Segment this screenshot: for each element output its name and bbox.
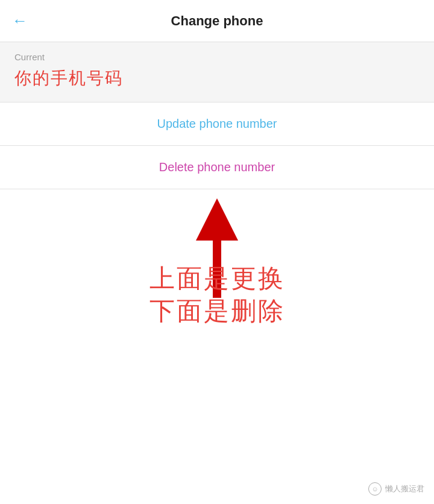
- watermark-icon: ☺: [368, 482, 382, 496]
- annotation-area: 上面是更换 下面是删除: [0, 195, 434, 328]
- delete-section[interactable]: Delete phone number: [0, 146, 434, 189]
- watermark-text: 懒人搬运君: [385, 484, 424, 494]
- watermark: ☺ 懒人搬运君: [368, 482, 424, 496]
- delete-phone-link[interactable]: Delete phone number: [159, 160, 275, 174]
- update-section[interactable]: Update phone number: [0, 102, 434, 146]
- current-phone-section: Current 你的手机号码: [0, 42, 434, 102]
- annotation-line-1: 上面是更换: [96, 262, 338, 295]
- svg-marker-1: [196, 198, 238, 241]
- phone-number-display: 你的手机号码: [14, 67, 420, 90]
- update-phone-link[interactable]: Update phone number: [157, 117, 277, 130]
- back-button[interactable]: ←: [12, 11, 28, 30]
- current-label: Current: [14, 52, 420, 62]
- page-title: Change phone: [171, 13, 263, 29]
- header: ← Change phone: [0, 0, 434, 42]
- annotation-text-block: 上面是更换 下面是删除: [96, 262, 338, 328]
- annotation-line-2: 下面是删除: [96, 295, 338, 328]
